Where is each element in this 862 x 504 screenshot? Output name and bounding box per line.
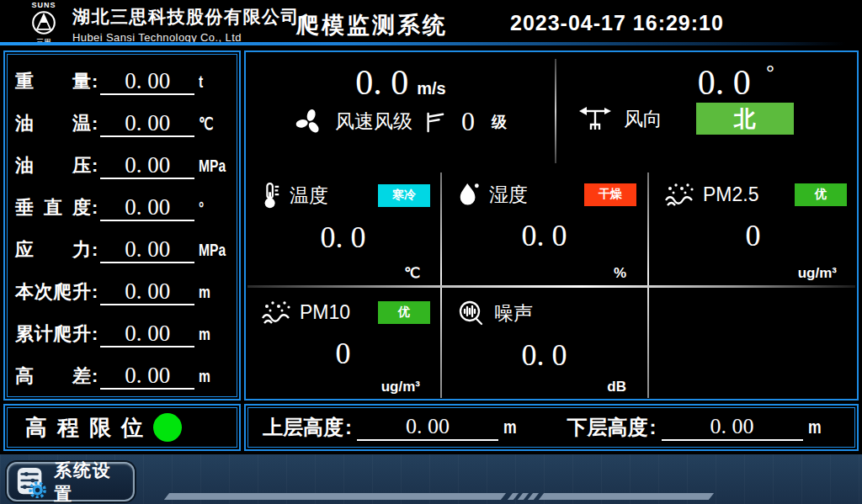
sensor-card-pm10: PM10 优 0 ug/m³ xyxy=(246,287,440,399)
sensor-unit: ug/m³ xyxy=(381,379,420,395)
sensor-value: 0 xyxy=(649,218,857,253)
sensor-header: 温度 寒冷 xyxy=(246,169,440,210)
wind-level-label: 风速风级 xyxy=(335,109,412,135)
wind-direction-display: 0. 0° xyxy=(556,62,857,103)
settings-button-label: 系统设置 xyxy=(54,459,126,504)
wind-speed-display: 0. 0m/s xyxy=(246,62,556,103)
fan-icon xyxy=(295,108,323,136)
metrics-panel: 重 量: 0. 00 t 油 温: 0. 00 ℃ 油 压: 0. 00 MPa… xyxy=(3,50,241,401)
metric-value: 0. 00 xyxy=(100,279,194,305)
taskbar-deco-slash xyxy=(528,493,539,500)
lower-height-label: 下层高度 xyxy=(567,414,648,441)
pm25-dust-icon xyxy=(664,181,694,208)
wind-direction-reading: 北 xyxy=(696,103,794,135)
colon: : xyxy=(92,239,98,261)
sensor-value: 0 xyxy=(246,336,440,371)
colon: : xyxy=(92,281,98,303)
metric-label: 应 力 xyxy=(15,237,91,263)
metric-value: 0. 00 xyxy=(100,321,194,347)
company-name-cn: 湖北三思科技股份有限公司 xyxy=(72,5,300,29)
metric-value: 0. 00 xyxy=(100,110,194,137)
sensor-card-humidity: 湿度 干燥 0. 0 % xyxy=(442,169,646,285)
wind-level-unit: 级 xyxy=(492,112,507,132)
sensor-unit: ug/m³ xyxy=(798,265,837,282)
environment-panel: 0. 0m/s 风速风级 0 级 0. 0° xyxy=(244,50,859,401)
sensor-header: 噪声 xyxy=(442,287,646,327)
sensor-unit: % xyxy=(614,265,626,282)
elevation-limit-box: 高程限位 xyxy=(3,404,241,451)
status-badge: 优 xyxy=(795,183,847,206)
metric-unit: m xyxy=(199,325,222,344)
metric-value: 0. 00 xyxy=(100,363,194,390)
metric-label: 垂直度 xyxy=(15,195,91,220)
metric-row-height-diff: 高 差: 0. 00 m xyxy=(15,355,229,397)
sensor-value: 0. 0 xyxy=(442,337,646,373)
sensor-label: 噪声 xyxy=(494,300,533,326)
colon: : xyxy=(345,416,352,439)
logo-suns-text: SUNS xyxy=(20,2,67,9)
lower-height-value: 0. 00 xyxy=(662,414,803,441)
droplet-icon xyxy=(457,181,481,208)
metric-row-oil-pressure: 油 压: 0. 00 MPa xyxy=(15,145,229,187)
metric-value: 0. 00 xyxy=(100,194,194,221)
wind-level-value: 0 xyxy=(461,106,475,137)
taskbar: 系统设置 xyxy=(0,454,862,504)
colon: : xyxy=(92,365,98,387)
wind-vane-icon xyxy=(578,104,612,133)
thermometer-icon xyxy=(261,181,281,210)
metric-value: 0. 00 xyxy=(100,236,194,263)
sensor-card-noise: 噪声 0. 0 dB xyxy=(442,287,646,399)
upper-height-label: 上层高度 xyxy=(263,414,343,441)
wind-direction-label: 风向 xyxy=(624,106,662,132)
company-logo: SUNS 三思 xyxy=(20,0,67,46)
elevation-limit-indicator xyxy=(153,413,182,442)
pm10-dust-icon xyxy=(261,299,291,326)
metric-row-stress: 应 力: 0. 00 MPa xyxy=(15,229,229,271)
colon: : xyxy=(92,197,98,219)
wind-direction-unit: ° xyxy=(766,61,774,86)
wind-flag-icon xyxy=(424,109,444,135)
sensor-label: 湿度 xyxy=(489,182,528,208)
metric-row-current-climb: 本次爬升: 0. 00 m xyxy=(15,271,229,313)
wind-speed-unit: m/s xyxy=(417,79,445,98)
metric-label: 重 量 xyxy=(15,69,91,94)
metric-label: 本次爬升 xyxy=(15,279,91,305)
wind-speed-value: 0. 0 xyxy=(355,63,408,102)
sensor-header: 湿度 干燥 xyxy=(442,169,646,208)
wind-direction-value: 0. 0 xyxy=(698,63,751,102)
datetime-display: 2023-04-17 16:29:10 xyxy=(510,11,724,35)
wind-speed-card: 0. 0m/s 风速风级 0 级 xyxy=(246,52,556,168)
lower-height-unit: m xyxy=(808,416,822,438)
climbing-formwork-monitor-screen: SUNS 三思 湖北三思科技股份有限公司 Hubei Sansi Technol… xyxy=(0,0,862,504)
sensor-value: 0. 0 xyxy=(246,220,440,255)
colon: : xyxy=(650,416,657,439)
metric-label: 高 差 xyxy=(15,363,91,389)
noise-icon xyxy=(457,299,486,327)
wind-direction-card: 0. 0° 风向 北 xyxy=(556,52,857,168)
metric-unit: m xyxy=(199,283,222,302)
wind-direction-row: 风向 北 xyxy=(556,103,857,135)
sensor-label: 温度 xyxy=(290,183,328,209)
metric-row-verticality: 垂直度: 0. 00 ° xyxy=(15,187,229,229)
colon: : xyxy=(92,113,98,135)
colon: : xyxy=(92,323,98,345)
sensor-value: 0. 0 xyxy=(442,218,646,253)
metric-unit: MPa xyxy=(199,241,222,260)
metric-label: 油 温 xyxy=(15,111,91,136)
metric-label: 油 压 xyxy=(15,153,91,178)
sensor-unit: dB xyxy=(607,379,626,395)
sensor-label: PM10 xyxy=(300,301,350,324)
taskbar-deco-stripe xyxy=(164,493,506,500)
metric-row-oil-temp: 油 温: 0. 00 ℃ xyxy=(15,103,229,145)
elevation-limit-label: 高程限位 xyxy=(25,413,153,443)
metric-row-weight: 重 量: 0. 00 t xyxy=(15,61,229,103)
header-accent-line xyxy=(0,42,845,45)
sensor-card-temperature: 温度 寒冷 0. 0 ℃ xyxy=(246,169,440,285)
sensor-header: PM2.5 优 xyxy=(649,169,857,208)
system-settings-button[interactable]: 系统设置 xyxy=(7,462,135,501)
sansi-logo-icon xyxy=(31,10,56,35)
upper-height-value: 0. 00 xyxy=(357,414,498,441)
metric-unit: MPa xyxy=(199,157,222,176)
status-badge: 优 xyxy=(378,301,430,324)
metric-unit: ° xyxy=(199,199,222,218)
